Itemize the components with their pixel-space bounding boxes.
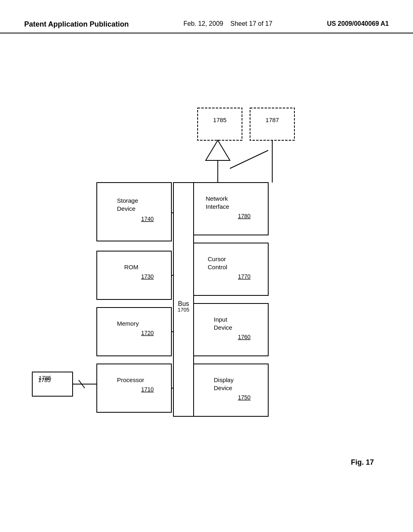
diagram-svg: 1785 Bus 1705 Processor 1710 Memory 1720… — [0, 42, 413, 509]
svg-text:1705: 1705 — [178, 307, 190, 313]
svg-text:Storage: Storage — [117, 197, 138, 204]
svg-rect-10 — [97, 308, 171, 356]
header: Patent Application Publication Feb. 12, … — [0, 0, 413, 33]
svg-text:1780: 1780 — [238, 213, 250, 219]
svg-text:Processor: Processor — [117, 376, 144, 383]
svg-text:Network: Network — [206, 195, 228, 202]
svg-text:1785: 1785 — [39, 375, 51, 381]
publication-title: Patent Application Publication — [24, 20, 129, 29]
svg-text:Display: Display — [214, 376, 234, 383]
svg-rect-40 — [198, 108, 242, 140]
pub-date: Feb. 12, 2009 — [184, 20, 223, 27]
svg-text:1787: 1787 — [265, 116, 279, 123]
svg-text:Device: Device — [214, 384, 232, 391]
page: Patent Application Publication Feb. 12, … — [0, 0, 413, 532]
patent-number: US 2009/0040069 A1 — [327, 20, 389, 27]
svg-text:ROM: ROM — [124, 264, 138, 270]
svg-text:Control: Control — [208, 264, 227, 270]
svg-text:1750: 1750 — [238, 394, 250, 401]
svg-text:Fig. 17: Fig. 17 — [351, 458, 374, 466]
svg-text:1770: 1770 — [238, 273, 250, 280]
svg-text:Memory: Memory — [117, 320, 139, 327]
sheet-info: Sheet 17 of 17 — [230, 20, 272, 27]
svg-rect-14 — [97, 251, 171, 299]
svg-text:1785: 1785 — [213, 116, 226, 123]
svg-marker-44 — [206, 140, 230, 160]
svg-rect-32 — [194, 243, 268, 295]
svg-text:Cursor: Cursor — [208, 256, 226, 262]
diagram-area: 1785 Bus 1705 Processor 1710 Memory 1720… — [0, 42, 413, 509]
svg-text:1710: 1710 — [141, 386, 154, 393]
svg-rect-0 — [32, 372, 73, 396]
svg-rect-3 — [173, 183, 194, 416]
svg-text:Bus: Bus — [178, 300, 189, 307]
svg-text:1740: 1740 — [141, 216, 154, 222]
svg-text:Input: Input — [214, 316, 227, 323]
svg-text:1730: 1730 — [141, 273, 154, 280]
svg-text:Device: Device — [117, 205, 136, 212]
svg-rect-42 — [250, 108, 294, 140]
svg-text:1720: 1720 — [141, 330, 154, 336]
svg-text:Interface: Interface — [206, 203, 229, 210]
svg-rect-6 — [97, 364, 171, 412]
svg-text:1760: 1760 — [238, 334, 250, 340]
svg-rect-36 — [194, 183, 268, 235]
svg-text:Device: Device — [214, 324, 232, 331]
header-center: Feb. 12, 2009 Sheet 17 of 17 — [184, 20, 273, 27]
svg-line-47 — [230, 150, 268, 168]
